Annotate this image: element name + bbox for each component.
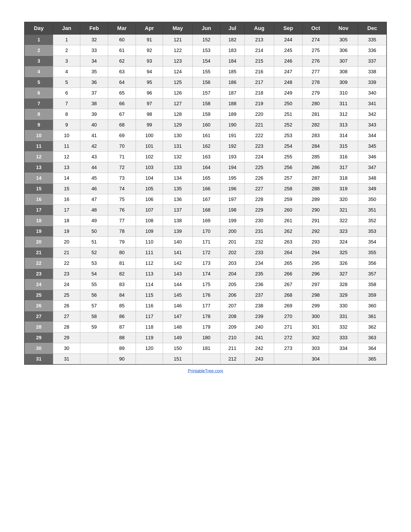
data-cell	[192, 354, 220, 365]
data-cell: 327	[329, 269, 358, 279]
data-cell: 305	[329, 35, 358, 45]
day-cell: 4	[24, 66, 53, 77]
day-cell: 21	[24, 247, 53, 258]
data-cell: 328	[329, 279, 358, 290]
data-cell: 103	[136, 162, 163, 173]
data-cell: 181	[192, 343, 220, 354]
data-cell: 77	[108, 216, 136, 226]
table-row: 15154674105135166196227258288319349	[24, 183, 387, 194]
day-cell: 13	[24, 162, 53, 173]
data-cell: 365	[358, 354, 387, 365]
data-cell: 238	[244, 301, 274, 311]
data-cell: 257	[274, 173, 302, 183]
data-cell: 270	[274, 311, 302, 322]
data-cell: 145	[163, 290, 192, 301]
data-cell: 184	[220, 56, 244, 66]
data-cell: 59	[80, 322, 108, 332]
data-cell: 262	[274, 226, 302, 237]
data-cell: 45	[80, 173, 108, 183]
data-cell: 239	[244, 311, 274, 322]
data-cell: 155	[192, 66, 220, 77]
data-cell: 230	[244, 216, 274, 226]
data-cell: 246	[274, 56, 302, 66]
data-cell: 159	[192, 109, 220, 120]
data-cell: 213	[244, 35, 274, 45]
table-row: 17174876107137168198229260290321351	[24, 205, 387, 216]
julian-calendar-table: DayJanFebMarAprMayJunJulAugSepOctNovDec …	[24, 22, 387, 365]
data-cell: 72	[108, 162, 136, 173]
data-cell: 234	[244, 258, 274, 269]
data-cell: 106	[136, 194, 163, 205]
data-cell: 182	[220, 35, 244, 45]
data-cell: 12	[53, 152, 80, 162]
data-cell: 254	[274, 141, 302, 152]
data-cell: 283	[302, 130, 329, 141]
data-cell: 175	[192, 279, 220, 290]
data-cell: 126	[163, 88, 192, 98]
data-cell: 99	[136, 120, 163, 130]
data-cell: 218	[244, 88, 274, 98]
data-cell: 195	[220, 173, 244, 183]
day-cell: 3	[24, 56, 53, 66]
data-cell: 163	[192, 152, 220, 162]
data-cell: 333	[329, 332, 358, 343]
data-cell: 96	[136, 88, 163, 98]
data-cell: 87	[108, 322, 136, 332]
data-cell: 138	[163, 216, 192, 226]
data-cell: 117	[136, 311, 163, 322]
data-cell: 235	[244, 269, 274, 279]
data-cell: 137	[163, 205, 192, 216]
data-cell: 92	[136, 45, 163, 56]
day-cell: 7	[24, 98, 53, 109]
data-cell: 1	[53, 35, 80, 45]
header-cell-oct: Oct	[302, 22, 329, 35]
day-cell: 9	[24, 120, 53, 130]
data-cell: 294	[302, 247, 329, 258]
data-cell: 349	[358, 183, 387, 194]
data-cell: 144	[163, 279, 192, 290]
header-cell-dec: Dec	[358, 22, 387, 35]
data-cell: 279	[302, 88, 329, 98]
data-cell: 266	[274, 269, 302, 279]
data-cell: 6	[53, 88, 80, 98]
data-cell: 220	[244, 109, 274, 120]
data-cell: 212	[220, 354, 244, 365]
data-cell: 119	[136, 332, 163, 343]
data-cell: 259	[274, 194, 302, 205]
data-cell: 199	[220, 216, 244, 226]
data-cell: 67	[108, 109, 136, 120]
data-cell: 111	[136, 247, 163, 258]
table-row: 292988119149180210241272302333363	[24, 332, 387, 343]
data-cell: 154	[192, 56, 220, 66]
table-row: 99406899129160190221252282313343	[24, 120, 387, 130]
data-cell: 269	[274, 301, 302, 311]
data-cell: 20	[53, 237, 80, 247]
table-row: 55366495125156186217248278309339	[24, 77, 387, 88]
data-cell: 70	[108, 141, 136, 152]
data-cell: 48	[80, 205, 108, 216]
header-cell-apr: Apr	[136, 22, 163, 35]
data-cell: 102	[136, 152, 163, 162]
data-cell: 14	[53, 173, 80, 183]
data-cell: 252	[274, 120, 302, 130]
data-cell: 192	[220, 141, 244, 152]
table-row: 313190151212243304365	[24, 354, 387, 365]
data-cell: 147	[163, 311, 192, 322]
day-cell: 26	[24, 301, 53, 311]
footer-link[interactable]: PrintableTree.com	[188, 369, 223, 373]
footer: PrintableTree.com	[24, 369, 387, 374]
data-cell: 209	[220, 322, 244, 332]
data-cell: 237	[244, 290, 274, 301]
data-cell: 166	[192, 183, 220, 194]
data-cell: 307	[329, 56, 358, 66]
data-cell: 51	[80, 237, 108, 247]
data-cell: 265	[274, 258, 302, 269]
data-cell: 289	[302, 194, 329, 205]
data-cell: 340	[358, 88, 387, 98]
data-cell: 216	[244, 66, 274, 77]
data-cell: 271	[274, 322, 302, 332]
data-cell: 222	[244, 130, 274, 141]
day-cell: 17	[24, 205, 53, 216]
data-cell: 295	[302, 258, 329, 269]
data-cell: 27	[53, 311, 80, 322]
